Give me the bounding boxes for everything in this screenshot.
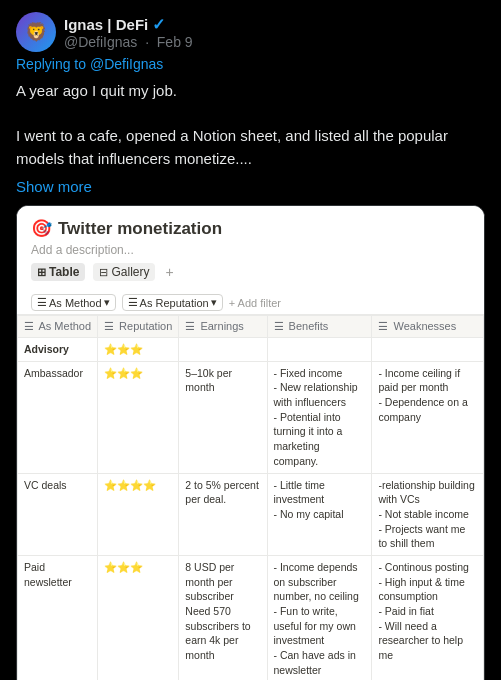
weak-col-icon: ☰ (378, 320, 388, 332)
method-col-icon: ☰ (24, 320, 34, 332)
cell-weaknesses (372, 338, 484, 362)
gallery-label: Gallery (111, 265, 149, 279)
cell-benefits: - Income depends on subscriber number, n… (267, 555, 372, 680)
avatar: 🦁 (16, 12, 56, 52)
table-icon: ⊞ (37, 266, 46, 279)
col-header-method: ☰ As Method (18, 316, 98, 338)
cell-reputation: ⭐⭐⭐ (98, 555, 179, 680)
username-date: @DefiIgnas · Feb 9 (64, 34, 193, 50)
filter-dropdown-icon: ▾ (104, 296, 110, 309)
filter-bar: ☰ As Method ▾ ☰ As Reputation ▾ + Add fi… (17, 291, 484, 315)
cell-earnings: 2 to 5% percent per deal. (179, 473, 267, 555)
tweet-text-line1: A year ago I quit my job. (16, 80, 485, 103)
filter-icon: ☰ (37, 296, 47, 309)
table-row: VC deals⭐⭐⭐⭐2 to 5% percent per deal.- L… (18, 473, 484, 555)
col-header-benefits: ☰ Benefits (267, 316, 372, 338)
cell-benefits: - Little time investment- No my capital (267, 473, 372, 555)
tweet-text: A year ago I quit my job. I went to a ca… (16, 80, 485, 170)
cell-earnings (179, 338, 267, 362)
notion-header: 🎯 Twitter monetization Add a description… (17, 206, 484, 291)
table-row: Ambassador⭐⭐⭐5–10k per month- Fixed inco… (18, 361, 484, 473)
rep-dropdown-icon: ▾ (211, 296, 217, 309)
show-more-button[interactable]: Show more (16, 178, 485, 195)
cell-method: Ambassador (18, 361, 98, 473)
col-header-reputation: ☰ Reputation (98, 316, 179, 338)
notion-card: 🎯 Twitter monetization Add a description… (16, 205, 485, 680)
notion-title: 🎯 Twitter monetization (31, 218, 470, 239)
cell-reputation: ⭐⭐⭐ (98, 338, 179, 362)
tweet-text-line2: I went to a cafe, opened a Notion sheet,… (16, 125, 485, 170)
table-body: Advisory⭐⭐⭐Ambassador⭐⭐⭐5–10k per month-… (18, 338, 484, 681)
ben-col-icon: ☰ (274, 320, 284, 332)
notion-title-emoji: 🎯 (31, 218, 52, 239)
tweet-date: Feb 9 (157, 34, 193, 50)
display-name: Ignas | DeFi (64, 16, 148, 33)
user-info: Ignas | DeFi ✓ @DefiIgnas · Feb 9 (64, 15, 193, 50)
cell-benefits: - Fixed income- New relationship with in… (267, 361, 372, 473)
notion-table: ☰ As Method ☰ Reputation ☰ Earnings ☰ (17, 315, 484, 680)
cell-benefits (267, 338, 372, 362)
reputation-filter-label: As Reputation (140, 297, 209, 309)
col-header-earnings: ☰ Earnings (179, 316, 267, 338)
cell-method: Paid newsletter (18, 555, 98, 680)
method-filter[interactable]: ☰ As Method ▾ (31, 294, 116, 311)
cell-reputation: ⭐⭐⭐⭐ (98, 473, 179, 555)
cell-earnings: 8 USD per month per subscriber Need 570 … (179, 555, 267, 680)
add-filter-button[interactable]: + Add filter (229, 297, 281, 309)
gallery-view-button[interactable]: ⊟ Gallery (93, 263, 155, 281)
replying-to: Replying to @DefiIgnas (16, 56, 485, 72)
rep-col-icon: ☰ (104, 320, 114, 332)
cell-method: Advisory (18, 338, 98, 362)
verified-badge: ✓ (152, 15, 165, 34)
earn-col-icon: ☰ (185, 320, 195, 332)
replying-user-link[interactable]: @DefiIgnas (90, 56, 163, 72)
notion-toolbar: ⊞ Table ⊟ Gallery + (31, 263, 470, 281)
table-scroll-container: ☰ As Method ☰ Reputation ☰ Earnings ☰ (17, 315, 484, 680)
cell-earnings: 5–10k per month (179, 361, 267, 473)
table-row: Paid newsletter⭐⭐⭐8 USD per month per su… (18, 555, 484, 680)
gallery-icon: ⊟ (99, 266, 108, 279)
display-name-row: Ignas | DeFi ✓ (64, 15, 193, 34)
avatar-emoji: 🦁 (25, 21, 47, 43)
table-label: Table (49, 265, 79, 279)
cell-weaknesses: -relationship building with VCs- Not sta… (372, 473, 484, 555)
table-view-button[interactable]: ⊞ Table (31, 263, 85, 281)
reputation-filter[interactable]: ☰ As Reputation ▾ (122, 294, 223, 311)
rep-filter-icon: ☰ (128, 296, 138, 309)
tweet-header: 🦁 Ignas | DeFi ✓ @DefiIgnas · Feb 9 (16, 12, 485, 52)
col-header-weaknesses: ☰ Weaknesses (372, 316, 484, 338)
cell-weaknesses: - Income ceiling if paid per month- Depe… (372, 361, 484, 473)
replying-user[interactable]: @DefiIgnas (90, 56, 163, 72)
username: @DefiIgnas (64, 34, 137, 50)
tweet-container: 🦁 Ignas | DeFi ✓ @DefiIgnas · Feb 9 Repl… (0, 0, 501, 680)
table-header-row: ☰ As Method ☰ Reputation ☰ Earnings ☰ (18, 316, 484, 338)
add-view-button[interactable]: + (165, 264, 173, 280)
method-filter-label: As Method (49, 297, 102, 309)
replying-label: Replying to (16, 56, 86, 72)
cell-method: VC deals (18, 473, 98, 555)
notion-description: Add a description... (31, 243, 470, 257)
cell-weaknesses: - Continous posting- High input & time c… (372, 555, 484, 680)
notion-title-text: Twitter monetization (58, 219, 222, 239)
table-row: Advisory⭐⭐⭐ (18, 338, 484, 362)
cell-reputation: ⭐⭐⭐ (98, 361, 179, 473)
